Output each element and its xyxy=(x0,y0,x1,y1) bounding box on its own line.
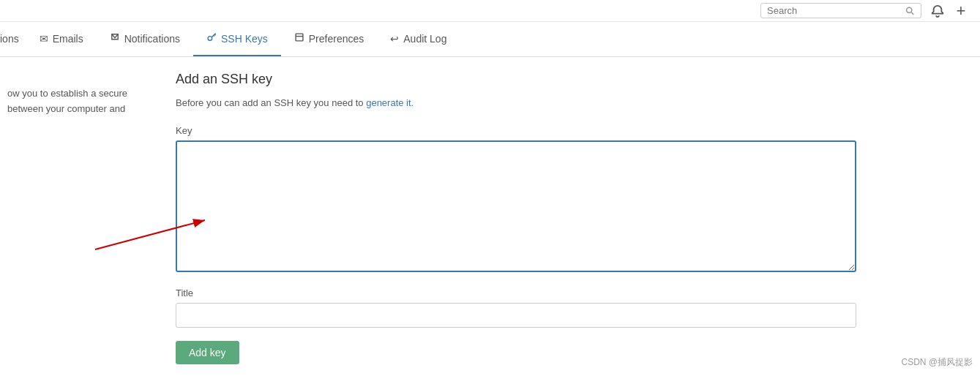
title-label: Title xyxy=(176,287,958,298)
notification-bell-icon[interactable] xyxy=(930,4,945,18)
form-title: Add an SSH key xyxy=(176,72,958,87)
sidebar-line1: ow you to establish a secure xyxy=(7,86,146,102)
tab-notifications-label: Notifications xyxy=(124,33,180,45)
search-icon xyxy=(905,6,915,16)
sidebar-line2: between your computer and xyxy=(7,102,146,117)
form-description: Before you can add an SSH key you need t… xyxy=(176,96,958,110)
watermark: CSDN @捕风捉影 xyxy=(901,356,973,369)
key-label: Key xyxy=(176,125,958,136)
title-input[interactable] xyxy=(176,303,856,328)
svg-point-2 xyxy=(208,37,212,41)
notifications-icon xyxy=(110,32,120,45)
tab-emails-label: Emails xyxy=(53,33,83,45)
key-textarea[interactable] xyxy=(176,140,856,272)
generate-it-link[interactable]: generate it. xyxy=(366,97,414,108)
svg-line-1 xyxy=(912,12,914,15)
preferences-icon xyxy=(294,32,304,45)
svg-line-5 xyxy=(214,35,214,36)
tab-ssh-keys-label: SSH Keys xyxy=(221,33,268,45)
tab-audit-log[interactable]: ↩ Audit Log xyxy=(377,23,460,56)
audit-log-icon: ↩ xyxy=(390,33,399,45)
add-key-button[interactable]: Add key xyxy=(176,341,239,364)
form-description-before: Before you can add an SSH key you need t… xyxy=(176,97,366,108)
tab-preferences[interactable]: Preferences xyxy=(281,22,377,56)
sidebar-info: ow you to establish a secure between you… xyxy=(0,57,161,376)
nav-tabs: ions ✉ Emails Notifications SSH Keys xyxy=(0,22,980,57)
tab-notifications[interactable]: Notifications xyxy=(97,22,193,56)
partial-tab-label: ions xyxy=(0,23,26,56)
svg-point-0 xyxy=(907,7,912,12)
top-bar: + xyxy=(0,0,980,22)
email-icon: ✉ xyxy=(40,33,48,45)
key-form-group: Key xyxy=(176,125,958,274)
main-content: ow you to establish a secure between you… xyxy=(0,57,980,376)
tab-ssh-keys[interactable]: SSH Keys xyxy=(193,22,281,56)
title-form-group: Title xyxy=(176,287,958,328)
tab-preferences-label: Preferences xyxy=(309,33,364,45)
search-container[interactable] xyxy=(760,3,921,18)
svg-rect-6 xyxy=(296,34,303,41)
top-bar-icons: + xyxy=(930,4,968,18)
tab-audit-log-label: Audit Log xyxy=(403,33,446,45)
svg-line-4 xyxy=(214,34,215,35)
tab-emails[interactable]: ✉ Emails xyxy=(26,23,97,56)
form-area: Add an SSH key Before you can add an SSH… xyxy=(161,57,980,376)
ssh-key-icon xyxy=(206,32,217,45)
search-input[interactable] xyxy=(767,5,902,16)
plus-icon[interactable]: + xyxy=(954,4,968,18)
